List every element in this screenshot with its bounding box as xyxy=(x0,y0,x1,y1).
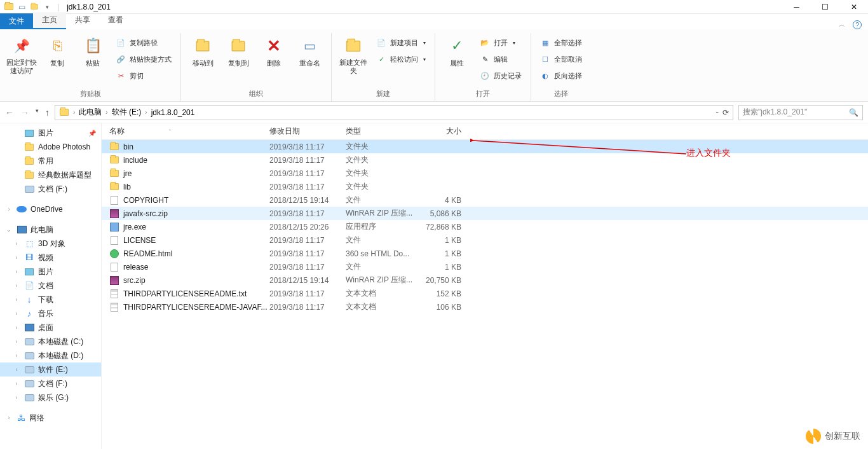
file-row[interactable]: bin2019/3/18 11:17文件夹 xyxy=(102,140,868,153)
sidebar-item-dbmodel[interactable]: 经典数据库题型 xyxy=(0,168,101,182)
address-bar[interactable]: › 此电脑 › 软件 (E:) › jdk1.8.0_201 ⌄ ⟳ xyxy=(55,105,733,120)
pin-to-quick-access-button[interactable]: 📌 固定到"快速访问" xyxy=(6,33,37,75)
drive-icon xyxy=(24,336,34,347)
column-headers[interactable]: 名称ˆ 修改日期 类型 大小 xyxy=(102,123,868,140)
sidebar-item-drive-c[interactable]: ›本地磁盘 (C:) xyxy=(0,335,101,349)
forward-button[interactable]: → xyxy=(20,107,29,118)
file-date: 2018/12/15 20:26 xyxy=(269,223,346,231)
file-row[interactable]: COPYRIGHT2018/12/15 19:14文件4 KB xyxy=(102,193,868,207)
file-row[interactable]: include2019/3/18 11:17文件夹 xyxy=(102,153,868,167)
file-row[interactable]: THIRDPARTYLICENSEREADME-JAVAF...2019/3/1… xyxy=(102,300,868,314)
chevron-icon[interactable]: › xyxy=(73,109,75,116)
sidebar-item-downloads[interactable]: ›↓下载 xyxy=(0,293,101,307)
qat-newfolder-icon[interactable] xyxy=(29,2,39,12)
file-name: release xyxy=(123,263,148,272)
maximize-button[interactable]: ☐ xyxy=(811,0,839,14)
close-button[interactable]: ✕ xyxy=(839,0,868,14)
sidebar-item-docs[interactable]: ›📄文档 xyxy=(0,279,101,293)
file-size: 1 KB xyxy=(422,236,466,245)
sidebar-item-common[interactable]: 常用 xyxy=(0,154,101,168)
new-folder-button[interactable]: 新建文件夹 xyxy=(338,33,369,75)
file-row[interactable]: javafx-src.zip2019/3/18 11:17WinRAR ZIP … xyxy=(102,207,868,220)
sidebar-item-onedrive[interactable]: ›OneDrive xyxy=(0,202,101,216)
breadcrumb-thispc[interactable]: 此电脑 xyxy=(79,107,102,118)
file-row[interactable]: src.zip2018/12/15 19:14WinRAR ZIP 压缩...2… xyxy=(102,273,868,287)
sidebar-item-drive-d[interactable]: ›本地磁盘 (D:) xyxy=(0,349,101,363)
column-name[interactable]: 名称ˆ xyxy=(107,126,269,137)
search-input[interactable]: 搜索"jdk1.8.0_201" 🔍 xyxy=(738,105,863,120)
up-button[interactable]: ↑ xyxy=(45,107,50,118)
breadcrumb-folder[interactable]: jdk1.8.0_201 xyxy=(151,108,195,117)
file-row[interactable]: jre2019/3/18 11:17文件夹 xyxy=(102,167,868,180)
easyaccess-icon: ✓ xyxy=(376,54,386,64)
watermark: 创新互联 xyxy=(806,429,860,444)
file-row[interactable]: THIRDPARTYLICENSEREADME.txt2019/3/18 11:… xyxy=(102,287,868,300)
copy-icon: ⎘ xyxy=(47,36,67,56)
sidebar-item-desktop[interactable]: ›桌面 xyxy=(0,321,101,335)
recent-dropdown[interactable]: ▾ xyxy=(36,107,39,118)
paste-icon: 📋 xyxy=(83,36,103,56)
chevron-icon[interactable]: › xyxy=(145,109,147,116)
rename-button[interactable]: ▭重命名 xyxy=(294,33,325,68)
annotation-text: 进入文件夹 xyxy=(686,148,731,159)
file-size: 152 KB xyxy=(422,289,466,298)
history-icon: 🕘 xyxy=(480,71,490,81)
sidebar-item-adobe[interactable]: Adobe Photosh xyxy=(0,140,101,154)
sidebar-item-3d[interactable]: ›⬚3D 对象 xyxy=(0,237,101,251)
file-row[interactable]: jre.exe2018/12/15 20:26应用程序72,868 KB xyxy=(102,220,868,233)
column-type[interactable]: 类型 xyxy=(346,126,422,137)
paste-button[interactable]: 📋 粘贴 xyxy=(78,33,108,68)
column-date[interactable]: 修改日期 xyxy=(269,126,346,137)
ribbon-collapse-icon[interactable]: ︿ xyxy=(839,20,845,29)
address-dropdown-icon[interactable]: ⌄ xyxy=(715,108,720,117)
column-size[interactable]: 大小 xyxy=(422,126,466,137)
open-button[interactable]: 📂打开▾ xyxy=(477,36,524,50)
new-item-button[interactable]: 📄新建项目▾ xyxy=(374,36,428,50)
history-button[interactable]: 🕘历史记录 xyxy=(477,69,524,83)
qat-properties-icon[interactable]: ▭ xyxy=(17,2,27,12)
sidebar-item-docs-f[interactable]: 文档 (F:) xyxy=(0,182,101,196)
refresh-icon[interactable]: ⟳ xyxy=(722,108,729,117)
file-type: 文件夹 xyxy=(346,155,422,165)
invert-selection-button[interactable]: ◐反向选择 xyxy=(538,69,585,83)
qat-customize-icon[interactable]: ▾ xyxy=(42,2,52,12)
tab-share[interactable]: 共享 xyxy=(66,12,99,29)
sidebar-item-docs-f2[interactable]: ›文档 (F:) xyxy=(0,376,101,390)
sidebar-item-pictures2[interactable]: ›图片 xyxy=(0,265,101,279)
ribbon: 📌 固定到"快速访问" ⎘ 复制 📋 粘贴 📄复制路径 🔗粘贴快捷方式 ✂剪切 xyxy=(0,29,868,102)
file-row[interactable]: release2019/3/18 11:17文件1 KB xyxy=(102,260,868,273)
sidebar-item-music[interactable]: ›♪音乐 xyxy=(0,307,101,321)
sidebar-item-drive-e[interactable]: ›软件 (E:) xyxy=(0,363,101,376)
back-button[interactable]: ← xyxy=(5,107,14,118)
tab-file[interactable]: 文件 xyxy=(0,13,33,29)
sidebar-item-pictures[interactable]: 图片📌 xyxy=(0,126,101,140)
easy-access-button[interactable]: ✓轻松访问▾ xyxy=(374,52,428,66)
edit-button[interactable]: ✎编辑 xyxy=(477,52,524,66)
sidebar-item-videos[interactable]: ›🎞视频 xyxy=(0,251,101,265)
paste-shortcut-button[interactable]: 🔗粘贴快捷方式 xyxy=(113,52,174,66)
help-icon[interactable]: ? xyxy=(853,20,862,29)
copy-to-button[interactable]: 复制到 xyxy=(223,33,254,68)
select-all-button[interactable]: ▦全部选择 xyxy=(538,36,585,50)
delete-button[interactable]: ✕删除 xyxy=(259,33,289,68)
file-row[interactable]: lib2019/3/18 11:17文件夹 xyxy=(102,180,868,193)
copy-button[interactable]: ⎘ 复制 xyxy=(42,33,72,68)
breadcrumb-drive[interactable]: 软件 (E:) xyxy=(112,107,142,118)
sidebar-item-thispc[interactable]: ⌄此电脑 xyxy=(0,223,101,237)
file-row[interactable]: LICENSE2019/3/18 11:17文件1 KB xyxy=(102,233,868,247)
tab-home[interactable]: 主页 xyxy=(33,12,66,29)
sidebar-item-ent-g[interactable]: ›娱乐 (G:) xyxy=(0,390,101,404)
navigation-pane[interactable]: 图片📌 Adobe Photosh 常用 经典数据库题型 文档 (F:) ›On… xyxy=(0,123,102,449)
search-icon[interactable]: 🔍 xyxy=(849,108,858,117)
select-none-button[interactable]: ☐全部取消 xyxy=(538,52,585,66)
sidebar-item-network[interactable]: ›🖧网络 xyxy=(0,411,101,425)
properties-button[interactable]: ✓属性 xyxy=(442,33,472,68)
move-to-button[interactable]: 移动到 xyxy=(187,33,218,68)
minimize-button[interactable]: ─ xyxy=(782,0,811,14)
tab-view[interactable]: 查看 xyxy=(99,12,132,29)
chevron-icon[interactable]: › xyxy=(105,109,107,116)
obj3d-icon: ⬚ xyxy=(24,238,34,249)
file-row[interactable]: README.html2019/3/18 11:17360 se HTML Do… xyxy=(102,247,868,260)
copy-path-button[interactable]: 📄复制路径 xyxy=(113,36,174,50)
cut-button[interactable]: ✂剪切 xyxy=(113,69,174,83)
